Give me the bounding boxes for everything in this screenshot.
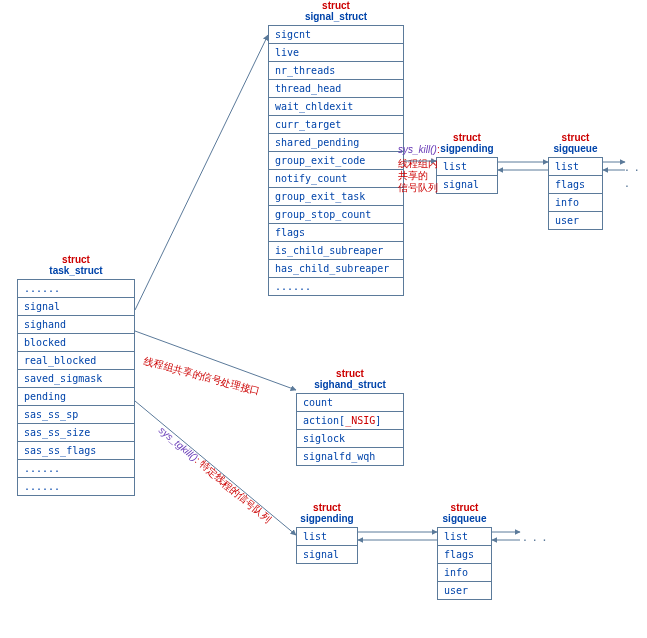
struct-name: task_struct <box>49 265 102 276</box>
ellipsis-bot: . . . <box>523 528 547 544</box>
struct-keyword: struct <box>322 0 350 11</box>
field: ...... <box>18 459 134 477</box>
struct-name: sighand_struct <box>314 379 386 390</box>
field: group_stop_count <box>269 205 403 223</box>
struct-keyword: struct <box>336 368 364 379</box>
field: has_child_subreaper <box>269 259 403 277</box>
struct-keyword: struct <box>453 132 481 143</box>
sighand-struct-box: struct sighand_struct count action[_NSIG… <box>296 393 404 466</box>
field: signal <box>437 175 497 193</box>
field: thread_head <box>269 79 403 97</box>
field: sigcnt <box>269 26 403 43</box>
field: live <box>269 43 403 61</box>
struct-name: sigpending <box>440 143 493 154</box>
struct-keyword: struct <box>562 132 590 143</box>
field: group_exit_code <box>269 151 403 169</box>
field: sighand <box>18 315 134 333</box>
sigqueue-top-box: struct sigqueue list flags info user <box>548 157 603 230</box>
field: is_child_subreaper <box>269 241 403 259</box>
field: flags <box>549 175 602 193</box>
field: ...... <box>269 277 403 295</box>
field: shared_pending <box>269 133 403 151</box>
field: info <box>438 563 491 581</box>
annotation-sighand: 线程组共享的信号处理接口 <box>142 354 262 399</box>
field: info <box>549 193 602 211</box>
struct-name: signal_struct <box>305 11 367 22</box>
struct-name: sigqueue <box>554 143 598 154</box>
field: sas_ss_sp <box>18 405 134 423</box>
field: group_exit_task <box>269 187 403 205</box>
signal-struct-box: struct signal_struct sigcnt live nr_thre… <box>268 25 404 296</box>
field: saved_sigmask <box>18 369 134 387</box>
sighand-struct-title: struct sighand_struct <box>297 366 403 392</box>
field: flags <box>269 223 403 241</box>
field: sas_ss_flags <box>18 441 134 459</box>
field: flags <box>438 545 491 563</box>
field: notify_count <box>269 169 403 187</box>
ellipsis-top: . . . <box>625 158 647 190</box>
sigpending-top-box: struct sigpending list signal <box>436 157 498 194</box>
svg-line-0 <box>135 35 268 310</box>
task-struct-title: struct task_struct <box>18 252 134 278</box>
struct-keyword: struct <box>313 502 341 513</box>
field: list <box>549 158 602 175</box>
task-struct-box: struct task_struct ...... signal sighand… <box>17 279 135 496</box>
field: pending <box>18 387 134 405</box>
field: wait_chldexit <box>269 97 403 115</box>
sigpending-bot-box: struct sigpending list signal <box>296 527 358 564</box>
field: ...... <box>18 280 134 297</box>
annotation-sys-kill-cn: 线程组内共享的信号队列 <box>398 158 438 194</box>
field: count <box>297 394 403 411</box>
field: signal <box>297 545 357 563</box>
sigqueue-bot-title: struct sigqueue <box>438 500 491 526</box>
sigqueue-bot-box: struct sigqueue list flags info user <box>437 527 492 600</box>
field: list <box>297 528 357 545</box>
field: curr_target <box>269 115 403 133</box>
field: blocked <box>18 333 134 351</box>
field: sas_ss_size <box>18 423 134 441</box>
field: user <box>549 211 602 229</box>
struct-keyword: struct <box>451 502 479 513</box>
field: list <box>437 158 497 175</box>
sigqueue-top-title: struct sigqueue <box>549 130 602 156</box>
field: list <box>438 528 491 545</box>
sigpending-bot-title: struct sigpending <box>297 500 357 526</box>
field: ...... <box>18 477 134 495</box>
struct-keyword: struct <box>62 254 90 265</box>
field: signal <box>18 297 134 315</box>
signal-struct-title: struct signal_struct <box>269 0 403 24</box>
field: signalfd_wqh <box>297 447 403 465</box>
struct-name: sigpending <box>300 513 353 524</box>
field: nr_threads <box>269 61 403 79</box>
field-action: action[_NSIG] <box>297 411 403 429</box>
sigpending-top-title: struct sigpending <box>437 130 497 156</box>
annotation-sys-kill: sys_kill(): <box>398 144 438 156</box>
struct-name: sigqueue <box>443 513 487 524</box>
field: real_blocked <box>18 351 134 369</box>
annotation-sys-tgkill: sys_tgkill(): 特定线程的信号队列 <box>156 424 274 527</box>
field: user <box>438 581 491 599</box>
field: siglock <box>297 429 403 447</box>
